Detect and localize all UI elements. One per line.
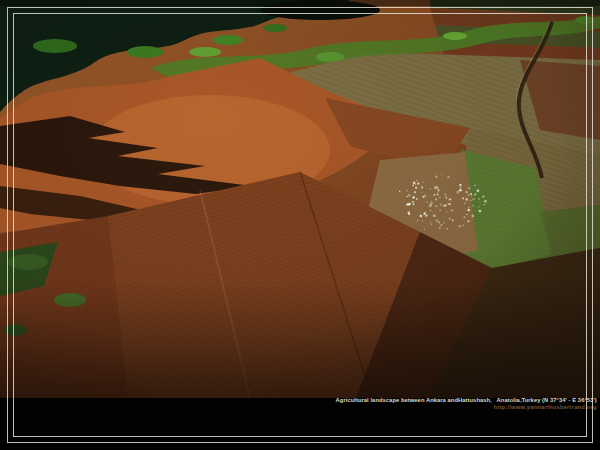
aerial-photo-art <box>0 0 600 398</box>
wallpaper: Agricultural landscape between Ankara an… <box>0 0 600 450</box>
aerial-photo <box>0 0 600 398</box>
caption-url: http://www.yannarthusbertrand.org <box>336 403 597 409</box>
photo-caption: Agricultural landscape between Ankara an… <box>336 397 597 410</box>
vignette <box>0 0 600 398</box>
